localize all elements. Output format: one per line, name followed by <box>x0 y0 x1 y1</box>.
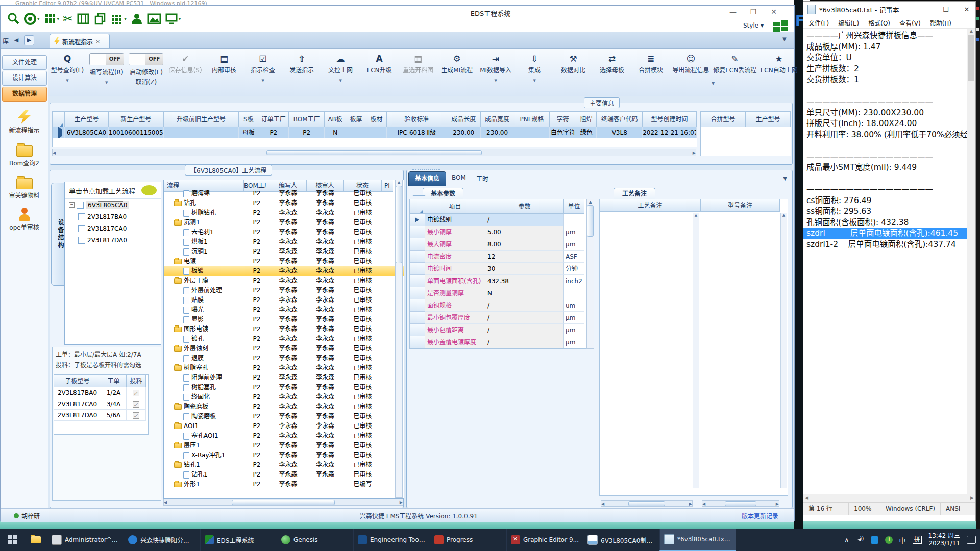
select-all-corner[interactable] <box>57 116 63 127</box>
close-button[interactable]: ✕ <box>958 6 975 13</box>
flow-row[interactable]: 镀孔 P2 李永森 李永森 已审核 <box>164 334 404 344</box>
detail-tabs-dropdown-icon[interactable]: ▼ <box>783 176 787 181</box>
flow-row[interactable]: 烘板1 P2 李永森 李永森 已审核 <box>164 237 404 247</box>
tab-basic-params[interactable]: 基本参数 <box>423 188 463 199</box>
flow-row[interactable]: 外形1 P2 李永森 已编写 <box>164 480 404 487</box>
tray-app-plus-icon[interactable] <box>885 536 893 544</box>
menu-view[interactable]: 查看(V) <box>899 18 921 27</box>
taskbar-app-button[interactable]: Progress <box>430 529 506 551</box>
chevron-down-icon[interactable] <box>261 76 264 83</box>
off-toggle[interactable]: OFF <box>89 53 124 65</box>
tab-worktime[interactable]: 工时 <box>472 174 493 183</box>
grid-icon[interactable]: ▾ <box>110 12 127 26</box>
tab-new-flow-instruction[interactable]: 新流程指示 × <box>50 34 110 48</box>
checkbox[interactable] <box>78 225 85 232</box>
ribbon-button[interactable]: OFF ☑ 指示检查 <box>249 53 277 83</box>
param-row[interactable]: 电镀线别 / <box>410 214 586 226</box>
sidebar-tool[interactable]: ope单审核 <box>1 208 48 231</box>
param-row[interactable]: 最小铜包覆厚度 / μm <box>410 312 586 324</box>
flow-row[interactable]: 钻孔 P2 李永森 李永森 已审核 <box>164 198 404 208</box>
menu-help[interactable]: 帮助(H) <box>930 18 951 27</box>
notepad-titlebar[interactable]: *6v3l805ca0.txt - 记事本 — ☐ ✕ <box>803 2 975 17</box>
tray-app-icon[interactable] <box>871 536 878 544</box>
flow-row[interactable]: 层压1 P2 李永森 李永森 已审核 <box>164 441 404 450</box>
flow-row[interactable]: 树脂钻孔 P2 李永森 李永森 已审核 <box>164 208 404 218</box>
flow-row[interactable]: 显影 P2 李永森 李永森 已审核 <box>164 315 404 324</box>
flow-list-vscrollbar[interactable]: ▲ <box>395 180 403 498</box>
ribbon-button[interactable]: OFF A ECN升级 <box>365 53 393 74</box>
chevron-down-icon[interactable] <box>533 76 535 83</box>
param-row[interactable]: 最小盖覆电镀厚度 / μm <box>410 336 586 348</box>
flow-row[interactable]: X-Ray冲孔1 P2 李永森 李永森 已审核 <box>164 450 404 460</box>
sidebar-tool[interactable]: 新流程指示 <box>1 110 48 134</box>
remark-vscrollbar[interactable]: ▲ <box>693 213 699 488</box>
life-ring-icon[interactable]: ▾ <box>23 12 40 26</box>
ribbon-button[interactable]: OFF ⚙ 生成MI流程 <box>443 53 471 74</box>
row-selector[interactable] <box>410 251 425 263</box>
chevron-down-icon[interactable] <box>494 76 497 83</box>
style-dropdown[interactable]: Style ▾ <box>743 22 764 29</box>
ribbon-button[interactable]: OFF ⇄ 选择母板 <box>598 53 626 74</box>
flow-row[interactable]: 陶瓷磨板 P2 李永森 李永森 已审核 <box>164 412 404 421</box>
ribbon-button[interactable]: OFF ⇩ 集成 <box>521 53 548 83</box>
volume-icon[interactable] <box>856 537 864 543</box>
param-row[interactable]: 是否测量铜厚 N <box>410 287 586 299</box>
subboard-row[interactable]: 2V3L817BA0 1/2A <box>54 387 148 398</box>
flow-row[interactable]: 沉铜1 P2 李永森 李永森 已审核 <box>164 247 404 257</box>
flow-row[interactable]: 板镀 P2 李永森 李永森 已审核 <box>164 266 404 276</box>
flow-row[interactable]: 钻孔1 P2 李永森 李永森 已审核 <box>164 460 404 470</box>
taskbar-app-button[interactable]: Genesis <box>277 529 353 551</box>
flow-list-hscrollbar[interactable]: ◀▶ <box>163 499 403 506</box>
chevron-down-icon[interactable] <box>105 78 108 85</box>
param-row[interactable]: 电镀时间 30 分钟 <box>410 263 586 275</box>
taskbar-app-button[interactable]: EDS工程系统 <box>200 529 277 551</box>
remark-hscrollbar[interactable]: ◀▶ <box>601 500 693 507</box>
notepad-vscrollbar[interactable]: ▲ <box>967 29 975 494</box>
checked-checkbox[interactable] <box>133 412 139 419</box>
param-row[interactable]: 电流密度 12 ASF <box>410 251 586 263</box>
flow-row[interactable]: 磨海绵 P2 李永森 李永森 已审核 <box>164 189 404 198</box>
flow-row[interactable]: 曝光 P2 李永森 李永森 已审核 <box>164 305 404 315</box>
tab-device-structure[interactable]: 设备结构 <box>51 183 65 286</box>
remark-hscrollbar[interactable]: ◀▶ <box>702 500 779 507</box>
ribbon-button[interactable]: OFF ≣ 合拼模块 <box>637 53 665 74</box>
table-icon[interactable]: ▾ <box>43 12 60 26</box>
flow-row[interactable]: 塞孔AOI1 P2 李永森 李永森 已审核 <box>164 431 404 441</box>
menu-format[interactable]: 格式(O) <box>868 18 890 27</box>
toolbar-overflow-handle[interactable]: ≡ <box>252 10 256 16</box>
row-selector[interactable] <box>410 287 425 299</box>
ribbon-button[interactable]: OFF ▤ 内部审核 <box>210 53 238 74</box>
ribbon-button[interactable]: OFF ⇧ 发送指示 <box>288 53 315 74</box>
ribbon-button[interactable]: OFF 启动修改(E) 取消(Z) <box>132 53 161 86</box>
flow-row[interactable]: AOI1 P2 李永森 李永森 已审核 <box>164 421 404 431</box>
flow-row[interactable]: 贴膜 P2 李永森 李永森 已审核 <box>164 295 404 305</box>
search-icon[interactable] <box>7 12 20 26</box>
flow-row[interactable]: 图形电镀 P2 李永森 李永森 已审核 <box>164 324 404 334</box>
flow-row[interactable]: 树脂塞孔 P2 李永森 李永森 已审核 <box>164 363 404 373</box>
sidebar-nav-button[interactable]: 设计算法 <box>2 71 47 86</box>
flow-row[interactable]: 阻焊前处理 P2 李永森 李永森 已审核 <box>164 373 404 383</box>
notepad-hscrollbar[interactable]: ◀▶ <box>803 494 975 502</box>
close-button[interactable]: ✕ <box>764 7 783 17</box>
maximize-button[interactable]: ☐ <box>937 6 954 13</box>
param-row[interactable]: 最小包覆距离 / μm <box>410 324 586 336</box>
flow-row[interactable]: 树脂塞孔 P2 李永森 李永森 已审核 <box>164 383 404 392</box>
checked-checkbox[interactable] <box>133 401 139 408</box>
param-table-vscrollbar[interactable]: ▲ <box>586 199 594 349</box>
checkbox[interactable] <box>78 213 85 220</box>
taskbar-app-button[interactable]: 兴森快捷腾阳分... <box>124 529 200 551</box>
param-row[interactable]: 最大铜厚 8.00 μm <box>410 238 586 251</box>
ribbon-button[interactable]: OFF ★ ECN自动上网 <box>764 53 794 74</box>
taskbar-app-button[interactable]: Administrator^ - ... <box>47 529 124 551</box>
tab-basic-info[interactable]: 基本信息 <box>408 171 446 186</box>
ime-mode[interactable]: 拼 <box>913 536 922 544</box>
model-table-row[interactable]: 6V3L805CA010010600115005 母板 P2P2 N IPC-6… <box>53 127 697 138</box>
notepad-text-area[interactable]: ————广州兴森快捷拼板信息—— 成品板厚(MM): 1.47 交货单位：U 生… <box>803 29 975 494</box>
changelog-link[interactable]: 版本更新记录 <box>742 511 778 520</box>
subboard-row[interactable]: 2V3L817DA0 5/6A <box>54 410 148 421</box>
param-row[interactable]: 面铜规格 / um <box>410 299 586 312</box>
ribbon-button[interactable]: OFF 编写流程(R) <box>92 53 121 85</box>
chevron-down-icon[interactable] <box>66 76 68 83</box>
minimize-button[interactable]: — <box>723 7 743 17</box>
checked-checkbox[interactable] <box>133 390 139 396</box>
